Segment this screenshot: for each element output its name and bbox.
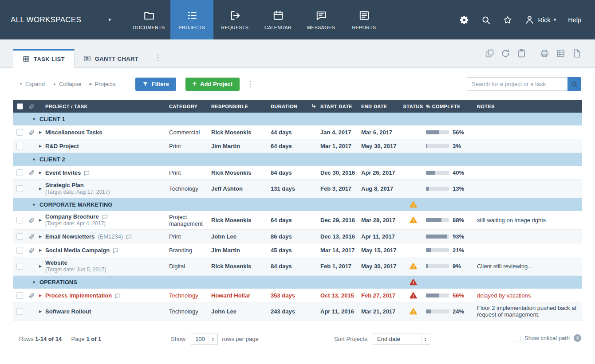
progress-bar	[426, 144, 449, 148]
expand-row-icon[interactable]: ▶	[39, 308, 42, 315]
task-notes: Client still reviewing...	[476, 257, 582, 275]
task-name[interactable]: Company Brochure	[45, 213, 99, 220]
row-checkbox[interactable]	[16, 185, 23, 192]
comment-icon[interactable]	[126, 233, 132, 240]
task-name[interactable]: Social Media Campaign	[45, 247, 110, 254]
task-name[interactable]: Process implementation	[45, 292, 112, 299]
row-checkbox[interactable]	[16, 129, 23, 136]
task-name[interactable]: Email Newsletters	[45, 233, 95, 240]
row-checkbox[interactable]	[16, 292, 23, 299]
task-name[interactable]: R&D Project	[45, 143, 79, 149]
row-checkbox[interactable]	[16, 143, 23, 149]
chevron-down-icon: ▾	[554, 17, 556, 23]
column-header-responsible[interactable]: RESPONSIBLE	[210, 100, 269, 113]
column-header-end-date[interactable]: END DATE	[360, 100, 402, 113]
row-checkbox[interactable]	[16, 169, 23, 176]
task-end-date: Aug 8, 2017	[360, 180, 402, 198]
row-checkbox[interactable]	[16, 233, 23, 240]
comment-icon[interactable]	[84, 169, 90, 176]
attachment-cell	[27, 257, 37, 275]
expand-row-icon[interactable]: ▶	[39, 143, 42, 149]
expand-button[interactable]: ▼ Expand	[19, 81, 45, 87]
collapse-group-icon[interactable]: ▼	[32, 117, 36, 121]
comment-icon[interactable]	[115, 292, 121, 299]
comment-icon[interactable]	[113, 247, 118, 254]
column-header-notes[interactable]: NOTES	[476, 100, 582, 113]
task-name[interactable]: Strategic Plan	[45, 182, 84, 188]
group-name-cell: ▼CORPORATE MARKETING	[27, 198, 402, 211]
arrow-icon	[229, 10, 241, 21]
task-name[interactable]: Website	[45, 259, 67, 266]
collapse-group-icon[interactable]: ▼	[32, 280, 36, 285]
column-header-category[interactable]: CATEGORY	[168, 100, 210, 113]
nav-item-messages[interactable]: MESSAGES	[299, 0, 343, 39]
column-header-project-task[interactable]: PROJECT / TASK	[44, 100, 168, 113]
user-menu[interactable]: Rick ▾	[524, 15, 556, 25]
help-question-icon[interactable]: ?	[574, 334, 581, 342]
print-icon[interactable]	[540, 49, 549, 58]
column-header-duration[interactable]: DURATION	[269, 100, 308, 113]
rows-per-page-input[interactable]: 100 ▲▼	[191, 333, 218, 345]
progress-bar	[426, 130, 449, 134]
add-project-button[interactable]: + Add Project	[185, 78, 240, 91]
collapse-button[interactable]: ▲ Collapse	[53, 81, 82, 87]
row-checkbox[interactable]	[16, 247, 23, 254]
user-label: Rick	[538, 16, 550, 23]
search-submit-button[interactable]	[567, 77, 581, 91]
toolbar-menu-dots-icon[interactable]: ⋮	[246, 79, 254, 89]
search-icon[interactable]	[481, 15, 491, 25]
expand-row-icon[interactable]: ▶	[39, 129, 42, 136]
tab-gantt-chart[interactable]: GANTT CHART	[75, 49, 148, 68]
copy-icon[interactable]	[485, 49, 494, 58]
task-name[interactable]: Event Invites	[45, 169, 81, 176]
select-all-checkbox[interactable]	[17, 103, 23, 110]
nav-item-documents[interactable]: DOCUMENTS	[127, 0, 170, 39]
row-checkbox[interactable]	[16, 217, 23, 223]
show-critical-path-checkbox[interactable]	[514, 335, 520, 341]
collapse-group-icon[interactable]: ▼	[32, 157, 36, 162]
expand-row-icon[interactable]: ▶	[39, 185, 42, 192]
task-name[interactable]: MIscellaneous Tasks	[45, 129, 102, 136]
expand-row-icon[interactable]: ▶	[39, 263, 42, 270]
settings-gear-icon[interactable]	[459, 15, 469, 25]
column-header-start-date[interactable]: START DATE	[319, 100, 360, 113]
filters-button[interactable]: Filters	[135, 78, 176, 91]
sort-projects-select[interactable]: End date ▲▼	[373, 333, 430, 345]
recycle-icon[interactable]	[501, 49, 510, 58]
comment-icon[interactable]	[102, 213, 108, 220]
excel-icon[interactable]	[556, 49, 565, 58]
row-checkbox[interactable]	[16, 263, 23, 270]
expand-row-icon[interactable]: ▶	[39, 247, 42, 254]
projects-toggle-button[interactable]: ▶ Projects	[90, 81, 116, 87]
help-link[interactable]: Help	[568, 16, 581, 23]
checkbox-cell	[13, 180, 27, 198]
expand-row-icon[interactable]: ▶	[39, 169, 42, 176]
column-header-status[interactable]: STATUS	[402, 100, 425, 113]
task-complete-cell: 21%	[425, 243, 476, 257]
tab-menu-dots-icon[interactable]: ⋮	[154, 53, 162, 62]
clipboard-icon[interactable]	[517, 49, 526, 58]
nav-item-projects[interactable]: PROJECTS	[170, 0, 213, 39]
toolbar: ▼ Expand ▲ Collapse ▶ Projects Filters +…	[0, 68, 595, 91]
collapse-group-icon[interactable]: ▼	[32, 203, 36, 207]
task-status-cell	[402, 289, 425, 302]
expand-row-icon[interactable]: ▶	[39, 217, 42, 223]
pdf-icon[interactable]	[572, 49, 581, 58]
tab-task-list[interactable]: TASK LIST	[13, 49, 75, 68]
task-name[interactable]: Software Rollout	[45, 308, 91, 315]
nav-item-requests[interactable]: REQUESTS	[213, 0, 256, 39]
task-category: Print	[168, 139, 210, 153]
expand-row-icon[interactable]: ▶	[39, 292, 42, 299]
nav-item-calendar[interactable]: CALENDAR	[256, 0, 299, 39]
expand-row-icon[interactable]: ▶	[39, 233, 42, 240]
column-header-complete[interactable]: % COMPLETE	[425, 100, 476, 113]
search-input[interactable]	[467, 77, 567, 91]
nav-item-reports[interactable]: REPORTS	[343, 0, 386, 39]
task-responsible: Rick Mosenkis	[210, 166, 269, 179]
task-name-line: R&D Project	[45, 143, 79, 149]
row-checkbox[interactable]	[16, 308, 23, 315]
spinner-arrows-icon[interactable]: ▲▼	[209, 335, 214, 343]
workspace-selector[interactable]: ALL WORKSPACES ▾	[0, 0, 116, 39]
task-status-cell	[402, 180, 425, 198]
favorites-star-icon[interactable]	[503, 15, 512, 25]
